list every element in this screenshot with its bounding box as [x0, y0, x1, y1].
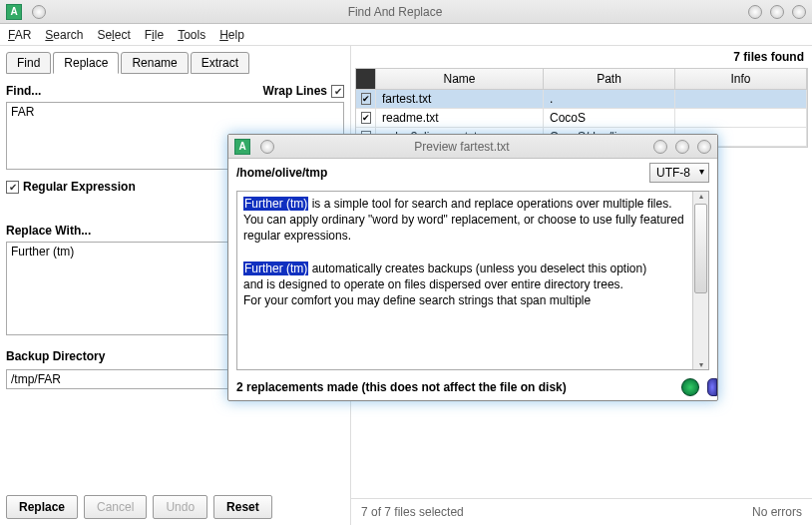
menubar: FAR Search Select File Tools Help: [0, 24, 812, 46]
menu-file[interactable]: File: [145, 28, 164, 42]
undo-button[interactable]: Undo: [153, 495, 207, 519]
preview-path: /home/olive/tmp: [236, 166, 327, 180]
minimize-icon[interactable]: [653, 140, 667, 154]
status-dot-next[interactable]: [707, 378, 717, 396]
find-label: Find...: [6, 84, 41, 98]
checkmark-icon: ✔: [331, 85, 344, 98]
preview-title: Preview fartest.txt: [274, 140, 649, 154]
select-all-icon[interactable]: [356, 69, 376, 89]
table-row[interactable]: ✔fartest.txt.: [356, 90, 807, 109]
col-name[interactable]: Name: [376, 69, 544, 89]
menu-select[interactable]: Select: [97, 28, 130, 42]
preview-window: A Preview fartest.txt /home/olive/tmp UT…: [227, 134, 718, 401]
tab-extract[interactable]: Extract: [191, 52, 249, 74]
file-name: readme.txt: [376, 109, 544, 127]
app-icon: A: [6, 4, 22, 20]
checkmark-icon[interactable]: ✔: [361, 93, 371, 105]
window-title: Find And Replace: [46, 5, 744, 19]
preview-status: 2 replacements made (this does not affec…: [236, 380, 567, 394]
replace-label: Replace With...: [6, 224, 91, 238]
menu-search[interactable]: Search: [45, 28, 83, 42]
tab-replace[interactable]: Replace: [53, 52, 119, 74]
tabbar: Find Replace Rename Extract: [6, 52, 344, 74]
scrollbar-thumb[interactable]: [694, 204, 707, 293]
reset-button[interactable]: Reset: [213, 495, 272, 519]
encoding-select[interactable]: UTF-8: [649, 163, 709, 183]
preview-text[interactable]: Further (tm) is a simple tool for search…: [237, 192, 692, 369]
menu-help[interactable]: Help: [219, 28, 244, 42]
status-selected: 7 of 7 files selected: [361, 505, 464, 519]
wrap-lines-checkbox[interactable]: Wrap Lines ✔: [263, 84, 344, 98]
status-errors: No errors: [752, 505, 802, 519]
maximize-icon[interactable]: [675, 140, 689, 154]
tab-rename[interactable]: Rename: [121, 52, 188, 74]
menu-far[interactable]: FAR: [8, 28, 31, 42]
col-info[interactable]: Info: [675, 69, 807, 89]
close-icon[interactable]: [697, 140, 711, 154]
scrollbar[interactable]: [692, 192, 708, 369]
files-count: 7 files found: [351, 46, 812, 68]
maximize-icon[interactable]: [770, 5, 784, 19]
file-path: CocoS: [544, 109, 675, 127]
close-icon[interactable]: [792, 5, 806, 19]
backup-label: Backup Directory: [6, 349, 105, 363]
window-menu-icon[interactable]: [260, 140, 274, 154]
window-menu-icon[interactable]: [32, 5, 46, 19]
app-icon: A: [234, 139, 250, 155]
main-titlebar: A Find And Replace: [0, 0, 812, 24]
checkmark-icon[interactable]: ✔: [361, 112, 371, 124]
cancel-button[interactable]: Cancel: [84, 495, 147, 519]
file-info: [675, 90, 807, 108]
file-info: [675, 109, 807, 127]
status-dot-green[interactable]: [681, 378, 699, 396]
file-name: fartest.txt: [376, 90, 544, 108]
regex-checkbox[interactable]: ✔ Regular Expression: [6, 180, 136, 194]
col-path[interactable]: Path: [544, 69, 675, 89]
replace-button[interactable]: Replace: [6, 495, 78, 519]
checkmark-icon: ✔: [6, 181, 19, 194]
tab-find[interactable]: Find: [6, 52, 51, 74]
menu-tools[interactable]: Tools: [178, 28, 205, 42]
minimize-icon[interactable]: [748, 5, 762, 19]
file-path: .: [544, 90, 675, 108]
table-row[interactable]: ✔readme.txtCocoS: [356, 109, 807, 128]
